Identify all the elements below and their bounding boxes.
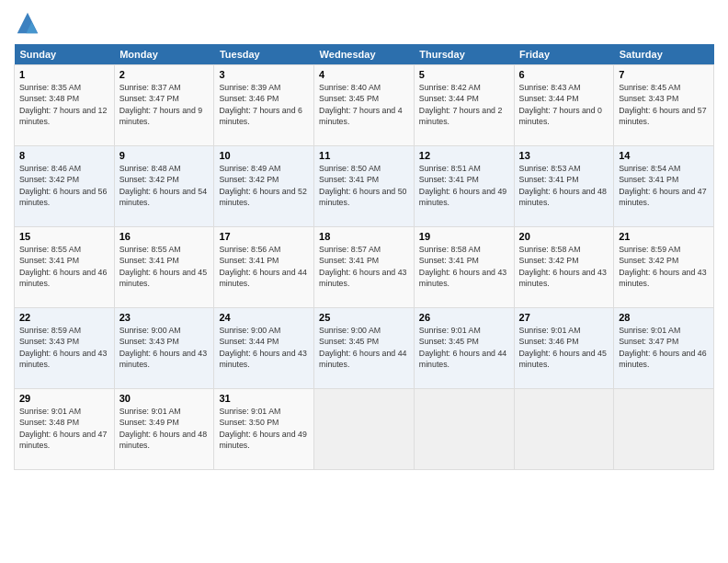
day-cell: 5 Sunrise: 8:42 AMSunset: 3:44 PMDayligh…: [414, 65, 514, 146]
day-cell: 16 Sunrise: 8:55 AMSunset: 3:41 PMDaylig…: [114, 227, 214, 308]
day-cell: 28 Sunrise: 9:01 AMSunset: 3:47 PMDaylig…: [614, 308, 714, 389]
day-info: Sunrise: 8:43 AMSunset: 3:44 PMDaylight:…: [519, 82, 609, 127]
col-header-sunday: Sunday: [15, 44, 115, 65]
day-info: Sunrise: 8:39 AMSunset: 3:46 PMDaylight:…: [219, 82, 309, 127]
day-cell: 2 Sunrise: 8:37 AMSunset: 3:47 PMDayligh…: [114, 65, 214, 146]
col-header-wednesday: Wednesday: [314, 44, 415, 65]
day-info: Sunrise: 9:01 AMSunset: 3:47 PMDaylight:…: [619, 325, 709, 370]
day-cell: 12 Sunrise: 8:51 AMSunset: 3:41 PMDaylig…: [414, 146, 514, 227]
day-info: Sunrise: 8:55 AMSunset: 3:41 PMDaylight:…: [19, 244, 109, 289]
day-number: 16: [119, 231, 210, 242]
day-cell: 31 Sunrise: 9:01 AMSunset: 3:50 PMDaylig…: [214, 389, 314, 470]
day-cell: 4 Sunrise: 8:40 AMSunset: 3:45 PMDayligh…: [314, 65, 415, 146]
day-info: Sunrise: 9:00 AMSunset: 3:45 PMDaylight:…: [319, 325, 409, 370]
week-row-2: 8 Sunrise: 8:46 AMSunset: 3:42 PMDayligh…: [15, 146, 714, 227]
day-info: Sunrise: 8:55 AMSunset: 3:41 PMDaylight:…: [119, 244, 210, 289]
day-cell: [314, 389, 415, 470]
day-number: 1: [19, 69, 109, 80]
day-number: 22: [19, 312, 109, 323]
day-cell: 17 Sunrise: 8:56 AMSunset: 3:41 PMDaylig…: [214, 227, 314, 308]
day-info: Sunrise: 9:01 AMSunset: 3:46 PMDaylight:…: [519, 325, 609, 370]
day-info: Sunrise: 8:54 AMSunset: 3:41 PMDaylight:…: [619, 163, 709, 208]
day-cell: 27 Sunrise: 9:01 AMSunset: 3:46 PMDaylig…: [514, 308, 614, 389]
header-row: SundayMondayTuesdayWednesdayThursdayFrid…: [15, 44, 714, 65]
col-header-saturday: Saturday: [614, 44, 714, 65]
day-number: 24: [219, 312, 309, 323]
logo: [14, 9, 44, 37]
day-cell: 15 Sunrise: 8:55 AMSunset: 3:41 PMDaylig…: [15, 227, 115, 308]
day-cell: 19 Sunrise: 8:58 AMSunset: 3:41 PMDaylig…: [414, 227, 514, 308]
day-info: Sunrise: 8:37 AMSunset: 3:47 PMDaylight:…: [119, 82, 210, 127]
day-cell: 22 Sunrise: 8:59 AMSunset: 3:43 PMDaylig…: [15, 308, 115, 389]
day-cell: 20 Sunrise: 8:58 AMSunset: 3:42 PMDaylig…: [514, 227, 614, 308]
day-info: Sunrise: 8:53 AMSunset: 3:41 PMDaylight:…: [519, 163, 609, 208]
day-number: 15: [19, 231, 109, 242]
day-info: Sunrise: 8:59 AMSunset: 3:43 PMDaylight:…: [19, 325, 109, 370]
day-number: 9: [119, 150, 210, 161]
col-header-thursday: Thursday: [414, 44, 514, 65]
day-cell: [414, 389, 514, 470]
day-info: Sunrise: 8:49 AMSunset: 3:42 PMDaylight:…: [219, 163, 309, 208]
day-number: 21: [619, 231, 709, 242]
day-info: Sunrise: 8:51 AMSunset: 3:41 PMDaylight:…: [419, 163, 509, 208]
day-cell: 3 Sunrise: 8:39 AMSunset: 3:46 PMDayligh…: [214, 65, 314, 146]
day-cell: 26 Sunrise: 9:01 AMSunset: 3:45 PMDaylig…: [414, 308, 514, 389]
col-header-monday: Monday: [114, 44, 214, 65]
day-cell: 6 Sunrise: 8:43 AMSunset: 3:44 PMDayligh…: [514, 65, 614, 146]
day-number: 17: [219, 231, 309, 242]
day-number: 27: [519, 312, 609, 323]
day-number: 29: [19, 393, 109, 404]
day-info: Sunrise: 9:01 AMSunset: 3:45 PMDaylight:…: [419, 325, 509, 370]
day-number: 25: [319, 312, 409, 323]
day-cell: 24 Sunrise: 9:00 AMSunset: 3:44 PMDaylig…: [214, 308, 314, 389]
day-info: Sunrise: 8:45 AMSunset: 3:43 PMDaylight:…: [619, 82, 709, 127]
day-info: Sunrise: 8:42 AMSunset: 3:44 PMDaylight:…: [419, 82, 509, 127]
day-number: 31: [219, 393, 309, 404]
day-number: 10: [219, 150, 309, 161]
day-number: 4: [319, 69, 409, 80]
day-number: 20: [519, 231, 609, 242]
day-cell: 1 Sunrise: 8:35 AMSunset: 3:48 PMDayligh…: [15, 65, 115, 146]
day-info: Sunrise: 9:00 AMSunset: 3:44 PMDaylight:…: [219, 325, 309, 370]
day-info: Sunrise: 9:01 AMSunset: 3:48 PMDaylight:…: [19, 406, 109, 451]
day-number: 14: [619, 150, 709, 161]
day-cell: 11 Sunrise: 8:50 AMSunset: 3:41 PMDaylig…: [314, 146, 415, 227]
day-number: 2: [119, 69, 210, 80]
day-number: 19: [419, 231, 509, 242]
day-number: 30: [119, 393, 210, 404]
day-cell: 13 Sunrise: 8:53 AMSunset: 3:41 PMDaylig…: [514, 146, 614, 227]
week-row-3: 15 Sunrise: 8:55 AMSunset: 3:41 PMDaylig…: [15, 227, 714, 308]
day-info: Sunrise: 8:50 AMSunset: 3:41 PMDaylight:…: [319, 163, 409, 208]
day-cell: 18 Sunrise: 8:57 AMSunset: 3:41 PMDaylig…: [314, 227, 415, 308]
day-number: 7: [619, 69, 709, 80]
day-number: 8: [19, 150, 109, 161]
day-info: Sunrise: 8:40 AMSunset: 3:45 PMDaylight:…: [319, 82, 409, 127]
day-cell: 25 Sunrise: 9:00 AMSunset: 3:45 PMDaylig…: [314, 308, 415, 389]
col-header-tuesday: Tuesday: [214, 44, 314, 65]
day-info: Sunrise: 9:01 AMSunset: 3:50 PMDaylight:…: [219, 406, 309, 451]
week-row-4: 22 Sunrise: 8:59 AMSunset: 3:43 PMDaylig…: [15, 308, 714, 389]
week-row-5: 29 Sunrise: 9:01 AMSunset: 3:48 PMDaylig…: [15, 389, 714, 470]
day-cell: 14 Sunrise: 8:54 AMSunset: 3:41 PMDaylig…: [614, 146, 714, 227]
day-number: 23: [119, 312, 210, 323]
day-cell: 8 Sunrise: 8:46 AMSunset: 3:42 PMDayligh…: [15, 146, 115, 227]
day-cell: 7 Sunrise: 8:45 AMSunset: 3:43 PMDayligh…: [614, 65, 714, 146]
day-info: Sunrise: 8:56 AMSunset: 3:41 PMDaylight:…: [219, 244, 309, 289]
day-cell: 30 Sunrise: 9:01 AMSunset: 3:49 PMDaylig…: [114, 389, 214, 470]
day-info: Sunrise: 8:58 AMSunset: 3:41 PMDaylight:…: [419, 244, 509, 289]
day-cell: 29 Sunrise: 9:01 AMSunset: 3:48 PMDaylig…: [15, 389, 115, 470]
day-cell: 9 Sunrise: 8:48 AMSunset: 3:42 PMDayligh…: [114, 146, 214, 227]
day-number: 12: [419, 150, 509, 161]
day-cell: [514, 389, 614, 470]
day-info: Sunrise: 8:57 AMSunset: 3:41 PMDaylight:…: [319, 244, 409, 289]
page: SundayMondayTuesdayWednesdayThursdayFrid…: [0, 0, 728, 563]
day-number: 6: [519, 69, 609, 80]
day-info: Sunrise: 8:48 AMSunset: 3:42 PMDaylight:…: [119, 163, 210, 208]
day-number: 11: [319, 150, 409, 161]
day-info: Sunrise: 8:59 AMSunset: 3:42 PMDaylight:…: [619, 244, 709, 289]
day-info: Sunrise: 9:01 AMSunset: 3:49 PMDaylight:…: [119, 406, 210, 451]
day-cell: [614, 389, 714, 470]
day-cell: 10 Sunrise: 8:49 AMSunset: 3:42 PMDaylig…: [214, 146, 314, 227]
day-number: 26: [419, 312, 509, 323]
week-row-1: 1 Sunrise: 8:35 AMSunset: 3:48 PMDayligh…: [15, 65, 714, 146]
